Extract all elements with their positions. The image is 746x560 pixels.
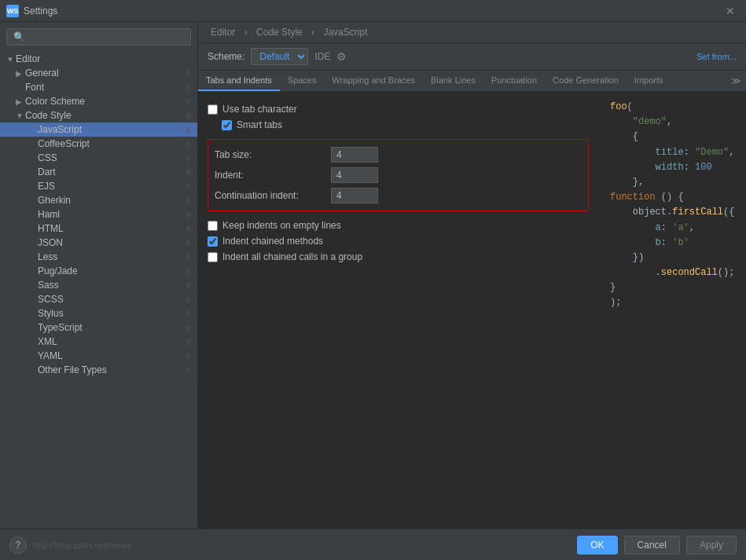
keep-indents-checkbox[interactable]: [208, 221, 218, 231]
indent-all-checkbox[interactable]: [208, 252, 218, 262]
indent-all-label[interactable]: Indent all chained calls in a group: [222, 251, 362, 262]
breadcrumb: Editor › Code Style › JavaScript: [198, 22, 746, 43]
scheme-row: Scheme: Default IDE ⚙ Set from...: [198, 43, 746, 71]
cancel-button[interactable]: Cancel: [624, 536, 680, 555]
sidebar-label-less: Less: [38, 251, 57, 262]
sidebar-item-xml[interactable]: XML⎘: [0, 335, 197, 349]
indent-chained-label[interactable]: Indent chained methods: [222, 236, 323, 247]
code-line-14: );: [610, 295, 735, 310]
help-button[interactable]: ?: [9, 536, 27, 554]
apply-button[interactable]: Apply: [686, 536, 737, 555]
sidebar-item-coffeescript[interactable]: CoffeeScript⎘: [0, 137, 197, 151]
sidebar-item-typescript[interactable]: TypeScript⎘: [0, 320, 197, 335]
sidebar-item-color-scheme[interactable]: ▶Color Scheme⎘: [0, 94, 197, 108]
code-line-2: "demo",: [610, 115, 735, 130]
sidebar-item-less[interactable]: Less⎘: [0, 250, 197, 264]
sidebar-label-xml: XML: [38, 336, 57, 347]
sidebar-item-scss[interactable]: SCSS⎘: [0, 292, 197, 306]
sidebar-item-code-style[interactable]: ▼Code Style⎘: [0, 108, 197, 123]
code-line-13: }: [610, 280, 735, 295]
sidebar-item-dart[interactable]: Dart⎘: [0, 165, 197, 179]
tab-punctuation[interactable]: Punctuation: [483, 71, 545, 91]
sidebar-item-haml[interactable]: Haml⎘: [0, 207, 197, 221]
sidebar-item-font[interactable]: Font⎘: [0, 80, 197, 94]
scheme-gear-button[interactable]: ⚙: [336, 50, 347, 63]
copy-icon-pug-jade: ⎘: [186, 267, 191, 276]
sidebar-item-general[interactable]: ▶General⎘: [0, 66, 197, 80]
tab-size-label: Tab size:: [215, 149, 325, 160]
smart-tabs-label[interactable]: Smart tabs: [237, 119, 282, 130]
code-line-11: }): [610, 251, 735, 265]
close-button[interactable]: ✕: [721, 3, 740, 19]
indent-input[interactable]: [331, 167, 378, 183]
code-preview: foo( "demo", { title: "Demo", width: 100…: [599, 92, 746, 529]
copy-icon-javascript: ⎘: [186, 126, 191, 134]
breadcrumb-sep2: ›: [311, 27, 317, 38]
tab-tabs-indents[interactable]: Tabs and Indents: [198, 71, 280, 91]
sidebar-item-css[interactable]: CSS⎘: [0, 151, 197, 165]
copy-icon-gherkin: ⎘: [186, 196, 191, 205]
breadcrumb-javascript: JavaScript: [323, 27, 367, 38]
sidebar-label-color-scheme: Color Scheme: [25, 96, 85, 107]
use-tab-character-row: Use tab character: [208, 101, 589, 117]
sidebar-label-ejs: EJS: [38, 181, 55, 192]
code-line-4: title: "Demo",: [610, 145, 735, 160]
tab-imports[interactable]: Imports: [627, 71, 671, 91]
sidebar-label-other-file-types: Other File Types: [38, 364, 107, 375]
copy-icon-typescript: ⎘: [186, 324, 191, 332]
copy-icon-stylus: ⎘: [186, 309, 191, 318]
settings-panel: Use tab character Smart tabs Tab size: I…: [198, 92, 599, 529]
indent-chained-row: Indent chained methods: [208, 233, 589, 249]
code-line-12: .secondCall();: [610, 265, 735, 280]
sidebar-label-javascript: JavaScript: [38, 124, 82, 135]
scheme-label: Scheme:: [208, 51, 244, 62]
sidebar-item-ejs[interactable]: EJS⎘: [0, 179, 197, 193]
sidebar-item-other-file-types[interactable]: Other File Types⎘: [0, 363, 197, 377]
arrow-icon-color-scheme: ▶: [16, 97, 25, 106]
continuation-input[interactable]: [331, 188, 378, 203]
search-input[interactable]: [6, 28, 191, 46]
sidebar-label-scss: SCSS: [38, 294, 64, 305]
sidebar-item-gherkin[interactable]: Gherkin⎘: [0, 193, 197, 207]
use-tab-label[interactable]: Use tab character: [222, 104, 297, 115]
sidebar-item-yaml[interactable]: YAML⎘: [0, 349, 197, 363]
copy-icon-code-style: ⎘: [186, 112, 191, 120]
tab-code-generation[interactable]: Code Generation: [545, 71, 627, 91]
watermark: http://blog.csdn.net/niexia: [33, 540, 131, 550]
tab-blank-lines[interactable]: Blank Lines: [423, 71, 483, 91]
use-tab-checkbox[interactable]: [208, 104, 218, 115]
code-line-10: b: 'b': [610, 236, 735, 251]
sidebar-item-javascript[interactable]: JavaScript⎘: [0, 123, 197, 137]
copy-icon-sass: ⎘: [186, 281, 191, 290]
sidebar-item-html[interactable]: HTML⎘: [0, 221, 197, 236]
code-line-3: {: [610, 130, 735, 145]
sidebar-item-sass[interactable]: Sass⎘: [0, 278, 197, 292]
sidebar-item-stylus[interactable]: Stylus⎘: [0, 306, 197, 320]
keep-indents-label[interactable]: Keep indents on empty lines: [222, 220, 341, 231]
tabs-overflow-button[interactable]: ≫: [726, 72, 746, 90]
indent-chained-checkbox[interactable]: [208, 236, 218, 247]
tab-spaces[interactable]: Spaces: [280, 71, 325, 91]
app-icon: WS: [6, 5, 19, 17]
indent-row: Indent:: [215, 165, 582, 185]
smart-tabs-checkbox[interactable]: [222, 120, 232, 130]
sidebar-label-html: HTML: [38, 223, 64, 234]
tab-wrapping[interactable]: Wrapping and Braces: [325, 71, 424, 91]
arrow-icon-code-style: ▼: [16, 112, 25, 120]
indent-all-chained-row: Indent all chained calls in a group: [208, 249, 589, 265]
sidebar-label-coffeescript: CoffeeScript: [38, 138, 90, 149]
sidebar-item-json[interactable]: JSON⎘: [0, 236, 197, 250]
ok-button[interactable]: OK: [577, 536, 617, 555]
sidebar: ▼Editor▶General⎘Font⎘▶Color Scheme⎘▼Code…: [0, 22, 198, 529]
copy-icon-general: ⎘: [186, 69, 191, 78]
sidebar-item-editor[interactable]: ▼Editor: [0, 52, 197, 66]
scheme-select[interactable]: Default: [251, 48, 308, 65]
content-panel: Editor › Code Style › JavaScript Scheme:…: [198, 22, 746, 529]
tab-size-input[interactable]: [331, 147, 378, 163]
sidebar-tree: ▼Editor▶General⎘Font⎘▶Color Scheme⎘▼Code…: [0, 52, 197, 377]
copy-icon-less: ⎘: [186, 253, 191, 262]
set-from-link[interactable]: Set from...: [696, 52, 737, 61]
sidebar-item-pug-jade[interactable]: Pug/Jade⎘: [0, 264, 197, 278]
window-title: Settings: [24, 5, 57, 16]
sidebar-label-typescript: TypeScript: [38, 322, 83, 333]
